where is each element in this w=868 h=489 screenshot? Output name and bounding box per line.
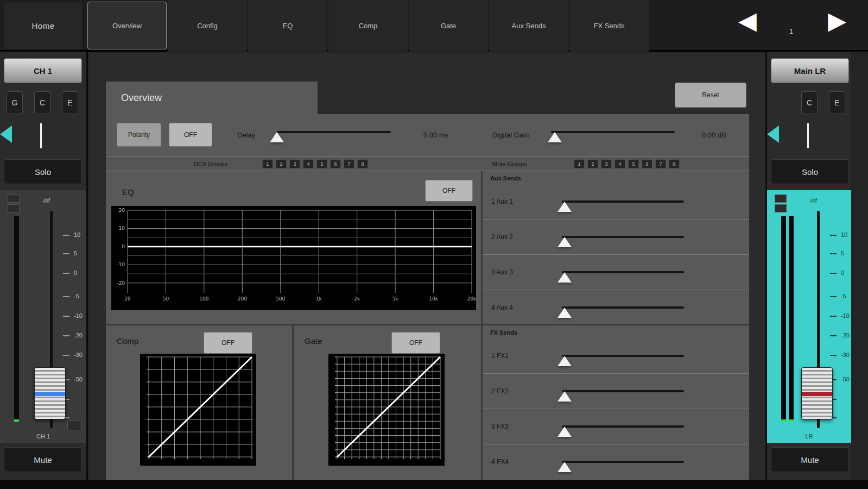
dca-group-button-8[interactable]: 8 (357, 159, 368, 168)
e-quick-button[interactable]: E (62, 91, 78, 114)
comp-off-toggle[interactable]: OFF (204, 332, 252, 354)
fx-send-row: 1 FX1 (483, 338, 749, 374)
main-lr-select-button[interactable]: Main LR (771, 58, 849, 83)
fx-send-label: 4 FX4 (491, 458, 509, 466)
eq-off-toggle[interactable]: OFF (425, 180, 473, 202)
tab-gate[interactable]: Gate (409, 0, 488, 52)
pan-control[interactable] (767, 121, 851, 152)
mute-button[interactable]: Mute (771, 447, 849, 472)
reset-button[interactable]: Reset (675, 83, 746, 108)
tab-overview[interactable]: Overview (87, 2, 167, 49)
fx-send-slider (562, 456, 684, 473)
scale-label: -20 (74, 332, 83, 338)
pan-control[interactable] (0, 121, 86, 152)
comp-curve-graph[interactable] (140, 354, 256, 466)
quick-access-buttons: CE (767, 91, 851, 114)
prev-channel-icon[interactable]: ◀ (738, 4, 757, 37)
dca-group-button-6[interactable]: 6 (330, 159, 341, 168)
mixer-app: Home OverviewConfigEQCompGateAux SendsFX… (0, 0, 868, 489)
tab-comp[interactable]: Comp (328, 0, 408, 52)
aux-sends-header: Aux Sends (490, 175, 521, 181)
svg-text:20: 20 (124, 296, 131, 302)
svg-text:5k: 5k (392, 296, 399, 302)
channel-select-button[interactable]: CH 1 (4, 58, 82, 83)
dca-group-button-4[interactable]: 4 (303, 159, 314, 168)
fx-send-row: 2 FX2 (483, 374, 749, 409)
aux-send-3-slider-handle[interactable] (557, 272, 572, 283)
mute-group-button-5[interactable]: 5 (628, 159, 639, 168)
svg-text:200: 200 (238, 296, 247, 302)
c-quick-button[interactable]: C (34, 91, 50, 114)
aux-send-2-slider-handle[interactable] (557, 237, 572, 247)
gate-off-toggle[interactable]: OFF (391, 332, 440, 354)
next-channel-icon[interactable]: ▶ (828, 4, 846, 37)
aux-sends-section: Aux Sends 1 Aux 12 Aux 23 Aux 34 Aux 4 (483, 171, 749, 325)
digital-gain-label: Digital Gain (492, 131, 529, 139)
mute-group-button-6[interactable]: 6 (642, 159, 652, 168)
scale-label: 5 (841, 250, 844, 256)
fx-send-slider-track (562, 390, 684, 392)
fx-send-4-slider-handle[interactable] (557, 462, 572, 472)
aux-send-rows: 1 Aux 12 Aux 23 Aux 34 Aux 4 (483, 184, 749, 325)
dca-group-button-7[interactable]: 7 (344, 159, 354, 168)
home-button[interactable]: Home (4, 3, 82, 49)
scale-label: -30 (74, 352, 83, 358)
aux-send-1-slider-handle[interactable] (557, 202, 572, 212)
aux-send-label: 1 Aux 1 (491, 198, 513, 205)
digital-gain-slider-handle[interactable] (548, 132, 562, 142)
svg-text:50: 50 (163, 296, 169, 302)
groups-row: DCA Groups 12345678 Mute Groups 12345678 (106, 156, 749, 171)
polarity-off-toggle[interactable]: OFF (169, 123, 212, 147)
main-fader-handle[interactable] (801, 367, 833, 419)
mute-group-button-7[interactable]: 7 (655, 159, 666, 168)
aux-send-slider-track (562, 271, 684, 273)
polarity-button[interactable]: Polarity (117, 123, 161, 147)
delay-slider-handle[interactable] (270, 132, 284, 142)
digital-gain-slider (551, 127, 675, 143)
eq-curve-graph[interactable]: 20501002005001k2k5k10k20k20100-10-20 (111, 206, 476, 310)
scale-label: -20 (841, 332, 850, 338)
scale-tick (63, 253, 69, 254)
fx-send-label: 2 FX2 (491, 387, 509, 395)
fader-channel-name: LR (767, 433, 851, 440)
pan-triangle-icon (767, 126, 779, 143)
aux-send-slider (562, 267, 684, 283)
fx-send-1-slider-handle[interactable] (557, 356, 572, 366)
mute-group-button-4[interactable]: 4 (614, 159, 625, 168)
aux-send-4-slider-handle[interactable] (557, 308, 572, 318)
dca-group-button-2[interactable]: 2 (276, 159, 287, 168)
scale-label: 5 (74, 250, 77, 256)
fx-send-2-slider-handle[interactable] (557, 391, 572, 402)
e-quick-button[interactable]: E (829, 91, 845, 114)
eq-section-title: EQ (122, 187, 134, 197)
aux-send-label: 3 Aux 3 (491, 268, 513, 276)
solo-button[interactable]: Solo (4, 159, 82, 184)
mute-group-button-1[interactable]: 1 (574, 159, 585, 168)
scale-label: -5 (841, 293, 846, 299)
scale-tick (63, 316, 69, 317)
svg-text:-10: -10 (117, 262, 125, 267)
dca-group-button-1[interactable]: 1 (262, 159, 273, 168)
tab-aux-sends[interactable]: Aux Sends (489, 0, 568, 52)
fx-send-3-slider-handle[interactable] (557, 427, 572, 437)
c-quick-button[interactable]: C (801, 91, 818, 114)
mute-button[interactable]: Mute (4, 447, 82, 472)
solo-button[interactable]: Solo (771, 159, 849, 184)
gate-curve-graph[interactable] (328, 354, 445, 466)
fx-send-slider (562, 386, 684, 402)
tab-eq[interactable]: EQ (248, 0, 327, 52)
page-title: Overview (121, 92, 162, 104)
mute-group-button-2[interactable]: 2 (587, 159, 598, 168)
tab-fx-sends[interactable]: FX Sends (569, 0, 649, 52)
dca-group-button-5[interactable]: 5 (316, 159, 327, 168)
tab-config[interactable]: Config (168, 0, 247, 52)
mute-group-button-3[interactable]: 3 (601, 159, 612, 168)
dca-group-button-3[interactable]: 3 (289, 159, 300, 168)
mute-group-button-8[interactable]: 8 (669, 159, 680, 168)
overview-panel-tab: Overview (106, 82, 318, 115)
channel-fader-handle[interactable] (34, 367, 66, 419)
g-quick-button[interactable]: G (7, 91, 23, 114)
pan-center-mark (807, 123, 809, 148)
svg-text:20k: 20k (467, 296, 476, 302)
fx-send-slider-track (562, 355, 684, 357)
